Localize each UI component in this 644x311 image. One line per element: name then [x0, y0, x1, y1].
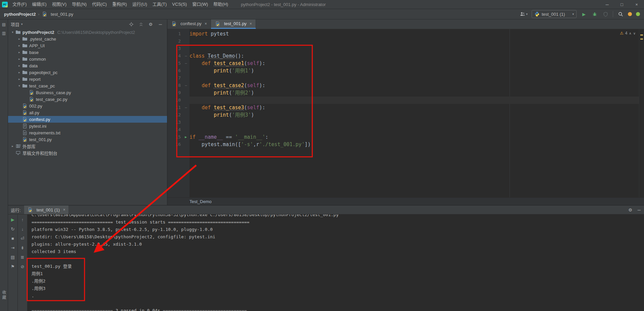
- tree-item-requirements.txt[interactable]: requirements.txt: [8, 129, 167, 136]
- fold-icon[interactable]: −: [182, 82, 190, 89]
- tree-item-test_case_pc.py[interactable]: test_case_pc.py: [8, 96, 167, 103]
- fold-icon[interactable]: −: [182, 60, 190, 67]
- code-line-14[interactable]: 14: [167, 126, 639, 133]
- tree-item-conftest.py[interactable]: conftest.py: [8, 116, 167, 123]
- project-view-selector[interactable]: 项目: [11, 21, 19, 27]
- print-button[interactable]: ≣: [21, 255, 24, 260]
- code-line-6[interactable]: 6 print('用例1'): [167, 67, 639, 74]
- tree-item-002.py[interactable]: 002.py: [8, 103, 167, 109]
- run-button[interactable]: ▶: [581, 11, 587, 17]
- tree-item-common[interactable]: ▸common: [8, 56, 167, 62]
- search-everywhere-button[interactable]: [617, 11, 624, 17]
- run-console[interactable]: C:\Users\86158\AppData\Local\Programs\Py…: [28, 214, 644, 311]
- editor-tab-test_001.py[interactable]: test_001.py×: [211, 19, 256, 29]
- settings-icon[interactable]: ⚙: [148, 21, 153, 27]
- tree-item-pageobject_pc[interactable]: ▸pageobject_pc: [8, 69, 167, 76]
- code-line-8[interactable]: 8− def test_case2(self):: [167, 82, 639, 89]
- code-line-10[interactable]: 10: [167, 97, 639, 104]
- fold-icon[interactable]: −: [182, 52, 190, 60]
- menu-item-1[interactable]: 文件(F): [10, 2, 30, 7]
- tree-item-test_case_pc[interactable]: ▾test_case_pc: [8, 82, 167, 89]
- menu-item-4[interactable]: 导航(N): [69, 2, 89, 7]
- close-button[interactable]: ×: [629, 0, 644, 9]
- chevron-up-icon[interactable]: ∧: [629, 32, 631, 35]
- code-line-13[interactable]: 13: [167, 119, 639, 126]
- project-tree[interactable]: ▾pythonProject2C:\Users\86158\Desktop\py…: [8, 29, 167, 205]
- tree-item-all.py[interactable]: all.py: [8, 109, 167, 116]
- down-stack-button[interactable]: ↓: [21, 227, 24, 232]
- code-editor[interactable]: 1import pytest234−class Test_Demo():5− d…: [167, 29, 644, 197]
- code-line-11[interactable]: 11− def test_case3(self):: [167, 104, 639, 111]
- code-line-7[interactable]: 7: [167, 74, 639, 82]
- favorites-tool-button[interactable]: 收藏: [1, 290, 7, 300]
- tree-item-report[interactable]: ▸report: [8, 76, 167, 82]
- soft-wrap-button[interactable]: ⏎: [21, 236, 24, 241]
- structure-tool-button[interactable]: ▥: [2, 31, 6, 36]
- code-line-1[interactable]: 1import pytest: [167, 30, 639, 38]
- tree-item-pytest.ini[interactable]: pytest.ini: [8, 123, 167, 129]
- tree-item-草稿文件和控制台[interactable]: 草稿文件和控制台: [8, 149, 167, 156]
- run-configuration-select[interactable]: test_001 (1) ▾: [532, 10, 577, 18]
- menu-item-2[interactable]: 编辑(E): [30, 2, 49, 7]
- collapse-all-icon[interactable]: [138, 21, 144, 27]
- tree-item-外部库[interactable]: ▸外部库: [8, 143, 167, 149]
- menu-item-9[interactable]: VCS(S): [169, 2, 190, 7]
- code-pane[interactable]: 1import pytest234−class Test_Demo():5− d…: [167, 29, 639, 197]
- menu-item-6[interactable]: 重构(R): [109, 2, 129, 7]
- pause-output-button[interactable]: ⇥: [11, 245, 15, 251]
- project-tool-button[interactable]: ▤: [2, 22, 6, 27]
- menu-item-10[interactable]: 窗口(W): [190, 2, 211, 7]
- breadcrumb-file[interactable]: test_001.py: [42, 11, 73, 17]
- green-dot-icon[interactable]: [636, 12, 640, 16]
- tree-item-data[interactable]: ▸data: [8, 62, 167, 69]
- code-line-15[interactable]: 15▶if __name__ == '__main__':: [167, 133, 639, 141]
- menu-item-3[interactable]: 视图(V): [49, 2, 69, 7]
- menu-item-7[interactable]: 运行(U): [129, 2, 150, 7]
- hide-icon[interactable]: ─: [158, 21, 163, 27]
- rerun-failed-button[interactable]: ↻: [11, 227, 15, 232]
- debug-button[interactable]: [591, 11, 598, 17]
- close-icon[interactable]: ×: [205, 21, 207, 26]
- minimize-button[interactable]: ─: [600, 0, 614, 9]
- run-gutter-icon[interactable]: ▶: [182, 133, 190, 141]
- tree-item-test_001.py[interactable]: test_001.py: [8, 136, 167, 143]
- fold-icon[interactable]: −: [182, 104, 190, 111]
- coverage-button[interactable]: [602, 11, 609, 17]
- code-line-9[interactable]: 9 print('用例2'): [167, 89, 639, 97]
- code-line-2[interactable]: 2: [167, 38, 639, 45]
- code-line-12[interactable]: 12 print('用例3'): [167, 111, 639, 119]
- code-line-4[interactable]: 4−class Test_Demo():: [167, 52, 639, 60]
- locate-icon[interactable]: [128, 21, 134, 27]
- tree-item-base[interactable]: ▸base: [8, 49, 167, 56]
- tree-item-APP_UI[interactable]: ▸APP_UI: [8, 42, 167, 49]
- inspections-widget[interactable]: ⚠ 4 ∧ ∨: [618, 30, 637, 36]
- rerun-button[interactable]: ▶: [11, 217, 14, 223]
- chevron-down-icon[interactable]: ∨: [633, 32, 636, 35]
- stop-button[interactable]: ■: [11, 236, 14, 241]
- close-icon[interactable]: ×: [250, 21, 252, 26]
- editor-tab-conftest.py[interactable]: conftest.py×: [167, 19, 211, 29]
- run-tab[interactable]: test_001 (1) ×: [24, 205, 68, 214]
- pin-button[interactable]: ⚑: [11, 264, 15, 269]
- close-icon[interactable]: ×: [63, 207, 65, 212]
- code-line-16[interactable]: 16 pytest.main(['-s',r'./test_001.py']): [167, 141, 639, 148]
- tree-item-pythonProject2[interactable]: ▾pythonProject2C:\Users\86158\Desktop\py…: [8, 29, 167, 36]
- breadcrumb-class[interactable]: Test_Demo: [190, 199, 212, 204]
- restore-layout-button[interactable]: ▤: [11, 255, 15, 260]
- settings-gear-icon[interactable]: ⚙: [628, 207, 632, 212]
- users-button[interactable]: ▾: [520, 11, 528, 17]
- menu-item-8[interactable]: 工具(T): [150, 2, 169, 7]
- menu-item-5[interactable]: 代码(C): [89, 2, 109, 7]
- clear-button[interactable]: ⊘: [21, 264, 24, 269]
- hide-panel-icon[interactable]: ─: [638, 207, 641, 212]
- maximize-button[interactable]: □: [614, 0, 629, 9]
- error-stripe-scrollbar[interactable]: [639, 29, 644, 197]
- code-line-3[interactable]: 3: [167, 45, 639, 52]
- up-stack-button[interactable]: ↑: [21, 217, 24, 223]
- scroll-end-button[interactable]: ⇟: [21, 245, 24, 251]
- menu-item-11[interactable]: 帮助(H): [211, 2, 231, 7]
- tree-item-Business_case.py[interactable]: Business_case.py: [8, 89, 167, 96]
- breadcrumb-project[interactable]: pythonProject2: [4, 12, 36, 17]
- orange-dot-icon[interactable]: [628, 12, 632, 16]
- code-line-5[interactable]: 5− def test_case1(self):: [167, 60, 639, 67]
